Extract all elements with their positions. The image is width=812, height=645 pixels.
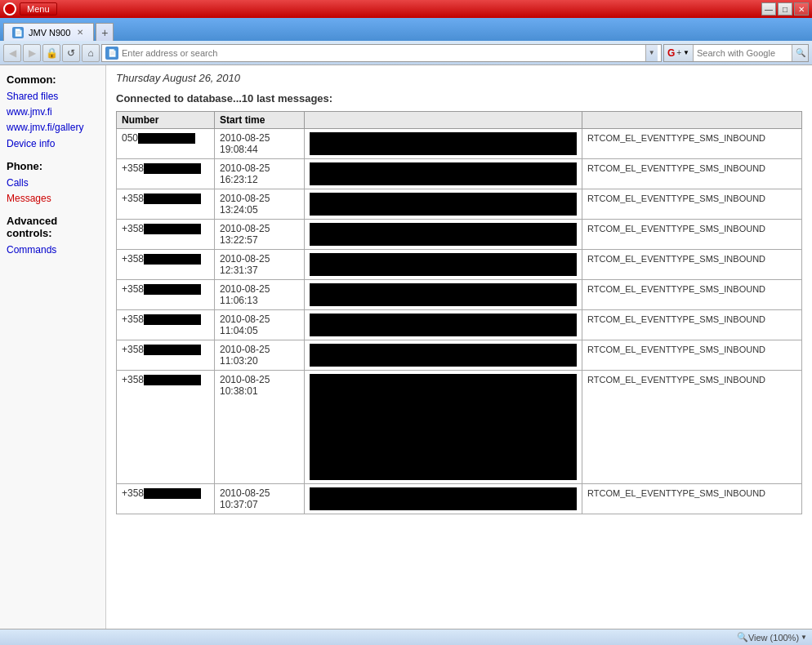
cell-time: 2010-08-2513:22:57 — [215, 220, 305, 250]
event-value: RTCOM_EL_EVENTTYPE_SMS_INBOUND — [587, 163, 765, 173]
sidebar-item-jmv-fi[interactable]: www.jmv.fi — [7, 105, 99, 120]
cell-number: +358 — [117, 340, 215, 371]
event-value: RTCOM_EL_EVENTTYPE_SMS_INBOUND — [587, 133, 765, 143]
opera-logo — [3, 2, 16, 16]
zoom-icon: 🔍 — [737, 632, 748, 643]
table-row: +358 2010-08-2511:03:20 RTCOM_EL_EVENTTY… — [117, 340, 802, 371]
time-value: 2010-08-2511:06:13 — [220, 283, 270, 306]
message-content-block — [310, 193, 577, 216]
col-header-number: Number — [117, 112, 215, 129]
time-value: 2010-08-2516:23:12 — [220, 162, 270, 185]
cell-message — [305, 371, 582, 484]
tab-jmv-n900[interactable]: 📄 JMV N900 ✕ — [3, 23, 94, 41]
cell-event: RTCOM_EL_EVENTTYPE_SMS_INBOUND — [582, 159, 802, 189]
sidebar-item-messages[interactable]: Messages — [7, 191, 99, 207]
message-content-block — [310, 314, 577, 336]
maximize-button[interactable]: □ — [778, 2, 792, 16]
table-row: +358 2010-08-2510:38:01 RTCOM_EL_EVENTTY… — [117, 371, 802, 484]
event-value: RTCOM_EL_EVENTTYPE_SMS_INBOUND — [587, 375, 765, 385]
address-input[interactable] — [122, 48, 645, 58]
table-row: +358 2010-08-2511:04:05 RTCOM_EL_EVENTTY… — [117, 310, 802, 340]
message-content-block — [310, 223, 577, 246]
message-content-block — [310, 344, 577, 367]
cell-number: +358 — [117, 250, 215, 280]
table-row: +358 2010-08-2516:23:12 RTCOM_EL_EVENTTY… — [117, 159, 802, 189]
close-button[interactable]: ✕ — [794, 2, 809, 16]
event-value: RTCOM_EL_EVENTTYPE_SMS_INBOUND — [587, 254, 765, 264]
search-go-button[interactable]: 🔍 — [792, 45, 808, 61]
cell-time: 2010-08-2516:23:12 — [215, 159, 305, 189]
number-value: +358 — [122, 344, 201, 355]
cell-time: 2010-08-2512:31:37 — [215, 250, 305, 280]
address-bar[interactable]: 📄 ▼ — [101, 44, 662, 62]
number-value: +358 — [122, 374, 201, 385]
event-value: RTCOM_EL_EVENTTYPE_SMS_INBOUND — [587, 224, 765, 234]
message-content-block — [310, 283, 577, 306]
message-content-block — [310, 487, 577, 510]
cell-message — [305, 129, 582, 159]
event-value: RTCOM_EL_EVENTTYPE_SMS_INBOUND — [587, 314, 765, 324]
message-content-block — [310, 253, 577, 276]
search-engine-icon: G — [667, 47, 675, 59]
number-value: 050 — [122, 132, 195, 144]
menu-button[interactable]: Menu — [20, 2, 57, 16]
cell-message — [305, 250, 582, 280]
sidebar-item-commands[interactable]: Commands — [7, 242, 99, 258]
message-content-block — [310, 374, 577, 480]
nav-bar: ◀ ▶ 🔒 ↺ ⌂ 📄 ▼ G + ▼ 🔍 — [0, 41, 812, 65]
number-value: +358 — [122, 193, 201, 204]
col-header-time: Start time — [215, 112, 305, 129]
col-header-message — [305, 112, 582, 129]
event-value: RTCOM_EL_EVENTTYPE_SMS_INBOUND — [587, 284, 765, 294]
message-content-block — [310, 162, 577, 185]
page-date: Thursday August 26, 2010 — [116, 72, 802, 84]
col-header-event — [582, 112, 802, 129]
sidebar-item-shared-files[interactable]: Shared files — [7, 89, 99, 105]
sidebar-section-common: Common: — [7, 73, 99, 86]
cell-number: 050 — [117, 129, 215, 159]
cell-time: 2010-08-2513:24:05 — [215, 189, 305, 220]
time-value: 2010-08-2511:03:20 — [220, 344, 270, 367]
event-value: RTCOM_EL_EVENTTYPE_SMS_INBOUND — [587, 488, 765, 498]
time-value: 2010-08-2510:38:01 — [220, 374, 270, 397]
status-bar: 🔍 View (100%) ▼ — [0, 629, 812, 645]
refresh-button[interactable]: ↺ — [62, 44, 80, 62]
cell-event: RTCOM_EL_EVENTTYPE_SMS_INBOUND — [582, 220, 802, 250]
tab-close-button[interactable]: ✕ — [75, 28, 85, 38]
sidebar-item-device-info[interactable]: Device info — [7, 136, 99, 152]
sidebar-item-gallery[interactable]: www.jmv.fi/gallery — [7, 120, 99, 136]
search-engine-button[interactable]: G + ▼ — [664, 45, 694, 61]
search-bar: G + ▼ 🔍 — [663, 44, 809, 62]
forward-button[interactable]: ▶ — [23, 44, 41, 62]
sidebar-section-phone: Phone: — [7, 160, 99, 172]
new-tab-button[interactable]: + — [96, 23, 114, 41]
cell-message — [305, 280, 582, 310]
sidebar-item-calls[interactable]: Calls — [7, 176, 99, 191]
back-button[interactable]: ◀ — [3, 44, 21, 62]
title-bar-controls: — □ ✕ — [761, 2, 809, 16]
page-icon: 📄 — [105, 47, 118, 60]
search-input[interactable] — [694, 45, 792, 61]
table-row: 050 2010-08-2519:08:44 RTCOM_EL_EVENTTYP… — [117, 129, 802, 159]
number-value: +358 — [122, 314, 201, 325]
number-value: +358 — [122, 283, 201, 295]
db-header: Connected to database...10 last messages… — [116, 92, 802, 105]
cell-message — [305, 310, 582, 340]
lock-button[interactable]: 🔒 — [42, 44, 60, 62]
cell-number: +358 — [117, 189, 215, 220]
message-content-block — [310, 132, 577, 155]
sidebar-section-advanced: Advanced controls: — [7, 215, 99, 239]
search-engine-dropdown-icon: ▼ — [683, 49, 689, 56]
cell-message — [305, 220, 582, 250]
home-button[interactable]: ⌂ — [82, 44, 100, 62]
minimize-button[interactable]: — — [761, 2, 776, 16]
cell-number: +358 — [117, 310, 215, 340]
content-area: Thursday August 26, 2010 Connected to da… — [106, 65, 812, 629]
time-value: 2010-08-2510:37:07 — [220, 487, 270, 510]
cell-event: RTCOM_EL_EVENTTYPE_SMS_INBOUND — [582, 189, 802, 220]
cell-message — [305, 340, 582, 371]
sidebar: Common: Shared files www.jmv.fi www.jmv.… — [0, 65, 106, 629]
number-value: +358 — [122, 223, 201, 234]
address-dropdown-button[interactable]: ▼ — [645, 45, 658, 61]
cell-event: RTCOM_EL_EVENTTYPE_SMS_INBOUND — [582, 340, 802, 371]
